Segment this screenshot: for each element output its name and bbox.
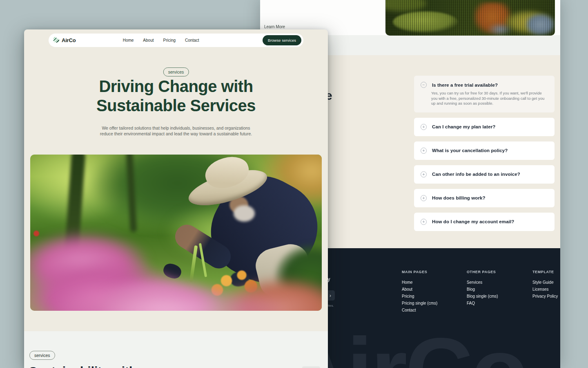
footer-newsletter-partial-text: y bbox=[327, 276, 330, 282]
foreground-services-page-window: AirCo Home About Pricing Contact Browse … bbox=[24, 29, 328, 368]
nav-link-home[interactable]: Home bbox=[123, 38, 134, 43]
brand-name: AirCo bbox=[62, 37, 76, 43]
plus-icon[interactable]: + bbox=[421, 195, 427, 201]
faq-question: Is there a free trial available? bbox=[432, 83, 498, 88]
plus-icon[interactable]: + bbox=[421, 171, 427, 177]
gardener-photo bbox=[30, 155, 322, 311]
section2-partial-heading: Sustainability with bbox=[29, 364, 136, 368]
footer-column-other-pages: OTHER PAGES Services Blog Blog single (c… bbox=[467, 270, 498, 308]
footer-link-style-guide[interactable]: Style Guide bbox=[532, 280, 558, 285]
plus-icon[interactable]: + bbox=[421, 148, 427, 154]
footer-column-title: OTHER PAGES bbox=[467, 270, 498, 274]
footer-link-services[interactable]: Services bbox=[467, 280, 498, 285]
services-list-section: services Sustainability with bbox=[24, 331, 328, 368]
services-badge-2: services bbox=[29, 351, 55, 360]
faq-item-billing[interactable]: + How does billing work? bbox=[414, 189, 555, 207]
footer-link-pricing-single[interactable]: Pricing single (cms) bbox=[402, 301, 437, 305]
minus-icon[interactable]: − bbox=[421, 82, 427, 88]
nav-link-about[interactable]: About bbox=[143, 38, 154, 43]
footer-disclaimer-partial-text: ties. bbox=[328, 304, 334, 307]
faq-accordion: − Is there a free trial available? Yes, … bbox=[414, 76, 555, 231]
brand[interactable]: AirCo bbox=[53, 36, 76, 45]
footer-link-blog-single[interactable]: Blog single (cms) bbox=[467, 294, 498, 298]
chevron-right-icon: › bbox=[330, 292, 331, 298]
learn-more-link[interactable]: Learn More bbox=[264, 25, 285, 29]
nav-link-contact[interactable]: Contact bbox=[185, 38, 199, 43]
faq-question: What is your cancellation policy? bbox=[432, 148, 508, 153]
hero-heading: Driving Change withSustainable Services bbox=[24, 77, 328, 115]
faq-item-free-trial[interactable]: − Is there a free trial available? Yes, … bbox=[414, 76, 555, 112]
faq-item-change-plan[interactable]: + Can I change my plan later? bbox=[414, 118, 555, 136]
plus-icon[interactable]: + bbox=[421, 124, 427, 130]
plus-icon[interactable]: + bbox=[421, 219, 427, 225]
footer-column-title: MAIN PAGES bbox=[402, 270, 437, 274]
footer-link-privacy-policy[interactable]: Privacy Policy bbox=[532, 294, 558, 298]
nav-links: Home About Pricing Contact bbox=[76, 38, 246, 43]
faq-question: Can other info be added to an invoice? bbox=[432, 172, 520, 177]
faq-question: How do I change my account email? bbox=[432, 219, 514, 224]
footer-column-title: TEMPLATE bbox=[532, 270, 558, 274]
faq-item-account-email[interactable]: + How do I change my account email? bbox=[414, 213, 555, 231]
footer-link-blog[interactable]: Blog bbox=[467, 287, 498, 292]
footer-link-pricing[interactable]: Pricing bbox=[402, 294, 437, 298]
pond-garden-photo bbox=[385, 0, 555, 36]
faq-question: Can I change my plan later? bbox=[432, 124, 495, 129]
browse-services-button[interactable]: Browse services bbox=[263, 35, 301, 45]
footer-link-about[interactable]: About bbox=[402, 287, 437, 292]
faq-item-invoice-info[interactable]: + Can other info be added to an invoice? bbox=[414, 165, 555, 184]
faq-item-cancellation[interactable]: + What is your cancellation policy? bbox=[414, 141, 555, 160]
photo-gardener-beard bbox=[234, 205, 255, 222]
nav-link-pricing[interactable]: Pricing bbox=[163, 38, 176, 43]
faq-question: How does billing work? bbox=[432, 195, 486, 200]
footer-column-template: TEMPLATE Style Guide Licenses Privacy Po… bbox=[532, 270, 558, 301]
pond-water-shimmer bbox=[385, 0, 555, 36]
services-badge: services bbox=[163, 67, 189, 76]
faq-answer: Yes, you can try us for free for 30 days… bbox=[431, 91, 549, 106]
hero-description: We offer tailored solutions that help in… bbox=[24, 125, 328, 137]
photo-red-flower bbox=[33, 231, 39, 236]
airco-logo-icon bbox=[53, 36, 60, 45]
footer-column-main-pages: MAIN PAGES Home About Pricing Pricing si… bbox=[402, 270, 437, 315]
navbar: AirCo Home About Pricing Contact Browse … bbox=[49, 34, 303, 47]
footer-link-faq[interactable]: FAQ bbox=[467, 301, 498, 305]
footer-link-contact[interactable]: Contact bbox=[402, 308, 437, 312]
footer-link-home[interactable]: Home bbox=[402, 280, 437, 285]
footer-link-licenses[interactable]: Licenses bbox=[532, 287, 558, 292]
section2-partial-element bbox=[302, 366, 320, 368]
